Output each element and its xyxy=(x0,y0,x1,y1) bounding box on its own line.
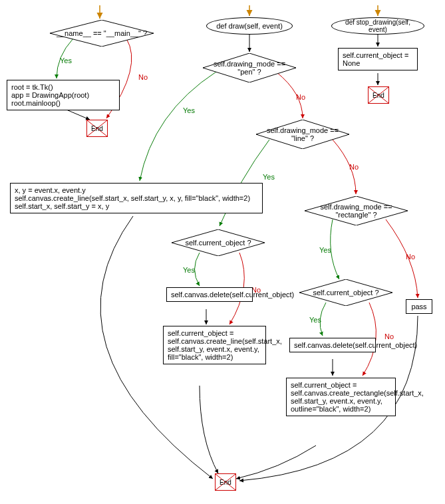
stop-def-label: def stop_drawing(self, event) xyxy=(337,19,418,33)
rect-delete: self.canvas.delete(self.current_object) xyxy=(289,338,376,352)
rect-current-object-condition: self.current_object ? xyxy=(299,279,392,306)
rect-delete-text: self.canvas.delete(self.current_object) xyxy=(294,341,417,349)
pen-condition: self.drawing_mode == "pen" ? xyxy=(203,53,296,82)
end-draw-label: End xyxy=(216,474,235,490)
line-delete-text: self.canvas.delete(self.current_object) xyxy=(171,291,294,299)
line-condition: self.drawing_mode == "line" ? xyxy=(256,120,349,149)
svg-line-3 xyxy=(67,110,90,120)
line-current-object-condition: self.current_object ? xyxy=(172,229,265,256)
line-no-label: No xyxy=(349,163,359,171)
draw-def-label: def draw(self, event) xyxy=(216,22,283,30)
pen-body-text: x, y = event.x, event.y self.canvas.crea… xyxy=(15,186,250,210)
draw-def: def draw(self, event) xyxy=(206,17,293,35)
rect-cur-cond-label: self.current_object ? xyxy=(299,279,392,306)
line-delete: self.canvas.delete(self.current_object) xyxy=(166,287,253,302)
line-cur-yes-label: Yes xyxy=(183,266,195,274)
stop-body: self.current_object = None xyxy=(338,48,418,70)
end-stop-label: End xyxy=(369,87,388,103)
rect-cur-yes-label: Yes xyxy=(309,316,321,324)
rect-condition-label: self.drawing_mode == "rectangle" ? xyxy=(305,196,408,225)
rect-yes-label: Yes xyxy=(319,246,331,254)
end-main-label: End xyxy=(87,120,107,136)
pass-box: pass xyxy=(406,299,432,314)
pen-body: x, y = event.x, event.y self.canvas.crea… xyxy=(10,183,263,213)
line-create-text: self.current_object = self.canvas.create… xyxy=(168,329,282,361)
pen-condition-label: self.drawing_mode == "pen" ? xyxy=(203,53,296,82)
line-cur-cond-label: self.current_object ? xyxy=(172,229,265,256)
stop-def: def stop_drawing(self, event) xyxy=(331,17,424,35)
main-name-condition-label: __name__ == "__main__" ? xyxy=(50,20,154,47)
main-no-label: No xyxy=(138,73,148,81)
rect-create: self.current_object = self.canvas.create… xyxy=(286,378,396,416)
main-name-condition: __name__ == "__main__" ? xyxy=(50,20,154,47)
main-yes-label: Yes xyxy=(60,57,72,64)
end-draw: End xyxy=(215,473,236,491)
line-yes-label: Yes xyxy=(263,173,275,181)
rect-no-label: No xyxy=(406,253,415,261)
pen-yes-label: Yes xyxy=(183,106,195,114)
end-main: End xyxy=(86,120,108,137)
line-create: self.current_object = self.canvas.create… xyxy=(163,326,266,364)
main-body: root = tk.Tk() app = DrawingApp(root) ro… xyxy=(7,80,120,110)
end-stop: End xyxy=(368,86,389,104)
pass-text: pass xyxy=(411,303,426,311)
rect-create-text: self.current_object = self.canvas.create… xyxy=(291,381,424,413)
stop-body-text: self.current_object = None xyxy=(343,51,413,67)
rect-cur-no-label: No xyxy=(384,332,394,340)
pen-no-label: No xyxy=(296,93,305,101)
rect-condition: self.drawing_mode == "rectangle" ? xyxy=(305,196,408,225)
main-body-text: root = tk.Tk() app = DrawingApp(root) ro… xyxy=(11,83,89,107)
line-condition-label: self.drawing_mode == "line" ? xyxy=(256,120,349,149)
